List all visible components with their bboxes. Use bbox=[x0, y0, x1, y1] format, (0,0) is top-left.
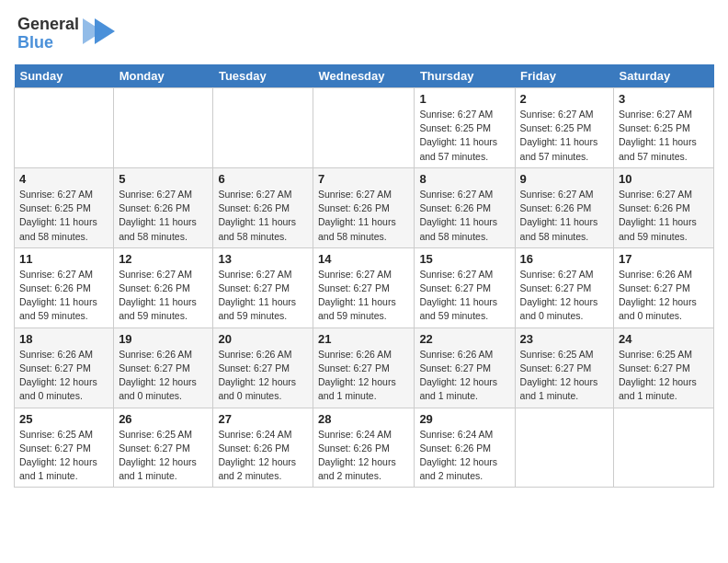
weekday-header-friday: Friday bbox=[515, 64, 613, 88]
day-number: 19 bbox=[119, 332, 208, 346]
calendar-cell: 6Sunrise: 6:27 AM Sunset: 6:26 PM Daylig… bbox=[213, 167, 313, 247]
week-row-3: 11Sunrise: 6:27 AM Sunset: 6:26 PM Dayli… bbox=[15, 247, 714, 327]
day-info: Sunrise: 6:27 AM Sunset: 6:26 PM Dayligh… bbox=[318, 188, 409, 244]
calendar-cell: 28Sunrise: 6:24 AM Sunset: 6:26 PM Dayli… bbox=[313, 408, 415, 488]
day-info: Sunrise: 6:27 AM Sunset: 6:26 PM Dayligh… bbox=[419, 188, 509, 244]
day-info: Sunrise: 6:25 AM Sunset: 6:27 PM Dayligh… bbox=[619, 348, 709, 404]
day-info: Sunrise: 6:27 AM Sunset: 6:26 PM Dayligh… bbox=[619, 188, 709, 244]
day-info: Sunrise: 6:26 AM Sunset: 6:27 PM Dayligh… bbox=[318, 348, 409, 404]
day-number: 21 bbox=[318, 332, 409, 346]
week-row-4: 18Sunrise: 6:26 AM Sunset: 6:27 PM Dayli… bbox=[15, 327, 714, 408]
day-number: 27 bbox=[218, 412, 308, 426]
day-info: Sunrise: 6:25 AM Sunset: 6:27 PM Dayligh… bbox=[520, 348, 609, 404]
day-info: Sunrise: 6:26 AM Sunset: 6:27 PM Dayligh… bbox=[218, 348, 308, 404]
calendar-cell: 17Sunrise: 6:26 AM Sunset: 6:27 PM Dayli… bbox=[614, 247, 714, 327]
day-number: 24 bbox=[619, 332, 709, 346]
week-row-1: 1Sunrise: 6:27 AM Sunset: 6:25 PM Daylig… bbox=[15, 88, 714, 168]
day-info: Sunrise: 6:27 AM Sunset: 6:25 PM Dayligh… bbox=[419, 108, 509, 164]
day-info: Sunrise: 6:24 AM Sunset: 6:26 PM Dayligh… bbox=[318, 428, 409, 484]
calendar-cell: 24Sunrise: 6:25 AM Sunset: 6:27 PM Dayli… bbox=[614, 327, 714, 408]
logo-svg: General Blue bbox=[14, 9, 115, 53]
day-number: 28 bbox=[318, 412, 409, 426]
page-container: General Blue SundayMondayTuesdayWednesda… bbox=[0, 0, 728, 492]
calendar-cell bbox=[114, 88, 213, 168]
calendar-cell: 4Sunrise: 6:27 AM Sunset: 6:25 PM Daylig… bbox=[15, 167, 114, 247]
day-number: 23 bbox=[520, 332, 609, 346]
day-number: 29 bbox=[419, 412, 509, 426]
calendar-cell bbox=[614, 408, 714, 488]
day-number: 12 bbox=[119, 252, 208, 266]
calendar-cell: 21Sunrise: 6:26 AM Sunset: 6:27 PM Dayli… bbox=[313, 327, 415, 408]
logo: General Blue bbox=[14, 9, 115, 57]
day-info: Sunrise: 6:27 AM Sunset: 6:25 PM Dayligh… bbox=[19, 188, 108, 244]
day-number: 7 bbox=[318, 172, 409, 186]
day-number: 25 bbox=[19, 412, 108, 426]
day-number: 22 bbox=[419, 332, 509, 346]
day-info: Sunrise: 6:27 AM Sunset: 6:26 PM Dayligh… bbox=[119, 268, 208, 324]
calendar-cell: 16Sunrise: 6:27 AM Sunset: 6:27 PM Dayli… bbox=[515, 247, 613, 327]
day-number: 15 bbox=[419, 252, 509, 266]
logo-text-block: General Blue bbox=[14, 9, 115, 57]
calendar-cell: 13Sunrise: 6:27 AM Sunset: 6:27 PM Dayli… bbox=[213, 247, 313, 327]
page-header: General Blue bbox=[14, 9, 714, 57]
svg-text:Blue: Blue bbox=[17, 33, 53, 52]
day-info: Sunrise: 6:24 AM Sunset: 6:26 PM Dayligh… bbox=[419, 428, 509, 484]
day-info: Sunrise: 6:27 AM Sunset: 6:27 PM Dayligh… bbox=[318, 268, 409, 324]
calendar-cell: 26Sunrise: 6:25 AM Sunset: 6:27 PM Dayli… bbox=[114, 408, 213, 488]
calendar-cell bbox=[15, 88, 114, 168]
week-row-2: 4Sunrise: 6:27 AM Sunset: 6:25 PM Daylig… bbox=[15, 167, 714, 247]
day-info: Sunrise: 6:27 AM Sunset: 6:27 PM Dayligh… bbox=[419, 268, 509, 324]
day-info: Sunrise: 6:26 AM Sunset: 6:27 PM Dayligh… bbox=[119, 348, 208, 404]
day-number: 1 bbox=[419, 92, 509, 106]
weekday-header-sunday: Sunday bbox=[15, 64, 114, 88]
calendar-cell: 23Sunrise: 6:25 AM Sunset: 6:27 PM Dayli… bbox=[515, 327, 613, 408]
day-number: 16 bbox=[520, 252, 609, 266]
day-number: 5 bbox=[119, 172, 208, 186]
calendar-cell: 8Sunrise: 6:27 AM Sunset: 6:26 PM Daylig… bbox=[415, 167, 515, 247]
calendar-cell: 22Sunrise: 6:26 AM Sunset: 6:27 PM Dayli… bbox=[415, 327, 515, 408]
day-info: Sunrise: 6:27 AM Sunset: 6:26 PM Dayligh… bbox=[218, 188, 308, 244]
calendar-cell: 11Sunrise: 6:27 AM Sunset: 6:26 PM Dayli… bbox=[15, 247, 114, 327]
day-number: 20 bbox=[218, 332, 308, 346]
calendar-cell: 9Sunrise: 6:27 AM Sunset: 6:26 PM Daylig… bbox=[515, 167, 613, 247]
day-info: Sunrise: 6:27 AM Sunset: 6:27 PM Dayligh… bbox=[520, 268, 609, 324]
calendar-cell bbox=[313, 88, 415, 168]
calendar-cell: 20Sunrise: 6:26 AM Sunset: 6:27 PM Dayli… bbox=[213, 327, 313, 408]
calendar-cell: 2Sunrise: 6:27 AM Sunset: 6:25 PM Daylig… bbox=[515, 88, 613, 168]
calendar-cell: 14Sunrise: 6:27 AM Sunset: 6:27 PM Dayli… bbox=[313, 247, 415, 327]
calendar-cell bbox=[515, 408, 613, 488]
calendar-cell: 15Sunrise: 6:27 AM Sunset: 6:27 PM Dayli… bbox=[415, 247, 515, 327]
calendar-cell: 1Sunrise: 6:27 AM Sunset: 6:25 PM Daylig… bbox=[415, 88, 515, 168]
calendar-cell: 25Sunrise: 6:25 AM Sunset: 6:27 PM Dayli… bbox=[15, 408, 114, 488]
day-info: Sunrise: 6:27 AM Sunset: 6:27 PM Dayligh… bbox=[218, 268, 308, 324]
weekday-header-monday: Monday bbox=[114, 64, 213, 88]
weekday-header-wednesday: Wednesday bbox=[313, 64, 415, 88]
calendar-cell: 5Sunrise: 6:27 AM Sunset: 6:26 PM Daylig… bbox=[114, 167, 213, 247]
calendar-cell bbox=[213, 88, 313, 168]
day-info: Sunrise: 6:25 AM Sunset: 6:27 PM Dayligh… bbox=[119, 428, 208, 484]
day-info: Sunrise: 6:26 AM Sunset: 6:27 PM Dayligh… bbox=[619, 268, 709, 324]
weekday-header-row: SundayMondayTuesdayWednesdayThursdayFrid… bbox=[15, 64, 714, 88]
day-number: 8 bbox=[419, 172, 509, 186]
weekday-header-thursday: Thursday bbox=[415, 64, 515, 88]
day-info: Sunrise: 6:27 AM Sunset: 6:26 PM Dayligh… bbox=[19, 268, 108, 324]
day-info: Sunrise: 6:24 AM Sunset: 6:26 PM Dayligh… bbox=[218, 428, 308, 484]
day-number: 17 bbox=[619, 252, 709, 266]
week-row-5: 25Sunrise: 6:25 AM Sunset: 6:27 PM Dayli… bbox=[15, 408, 714, 488]
day-number: 4 bbox=[19, 172, 108, 186]
calendar-cell: 29Sunrise: 6:24 AM Sunset: 6:26 PM Dayli… bbox=[415, 408, 515, 488]
calendar-cell: 19Sunrise: 6:26 AM Sunset: 6:27 PM Dayli… bbox=[114, 327, 213, 408]
calendar-cell: 7Sunrise: 6:27 AM Sunset: 6:26 PM Daylig… bbox=[313, 167, 415, 247]
day-number: 13 bbox=[218, 252, 308, 266]
day-info: Sunrise: 6:27 AM Sunset: 6:25 PM Dayligh… bbox=[619, 108, 709, 164]
day-number: 14 bbox=[318, 252, 409, 266]
day-info: Sunrise: 6:25 AM Sunset: 6:27 PM Dayligh… bbox=[19, 428, 108, 484]
day-number: 2 bbox=[520, 92, 609, 106]
weekday-header-tuesday: Tuesday bbox=[213, 64, 313, 88]
weekday-header-saturday: Saturday bbox=[614, 64, 714, 88]
day-number: 26 bbox=[119, 412, 208, 426]
day-number: 11 bbox=[19, 252, 108, 266]
day-number: 18 bbox=[19, 332, 108, 346]
day-info: Sunrise: 6:27 AM Sunset: 6:25 PM Dayligh… bbox=[520, 108, 609, 164]
day-number: 3 bbox=[619, 92, 709, 106]
